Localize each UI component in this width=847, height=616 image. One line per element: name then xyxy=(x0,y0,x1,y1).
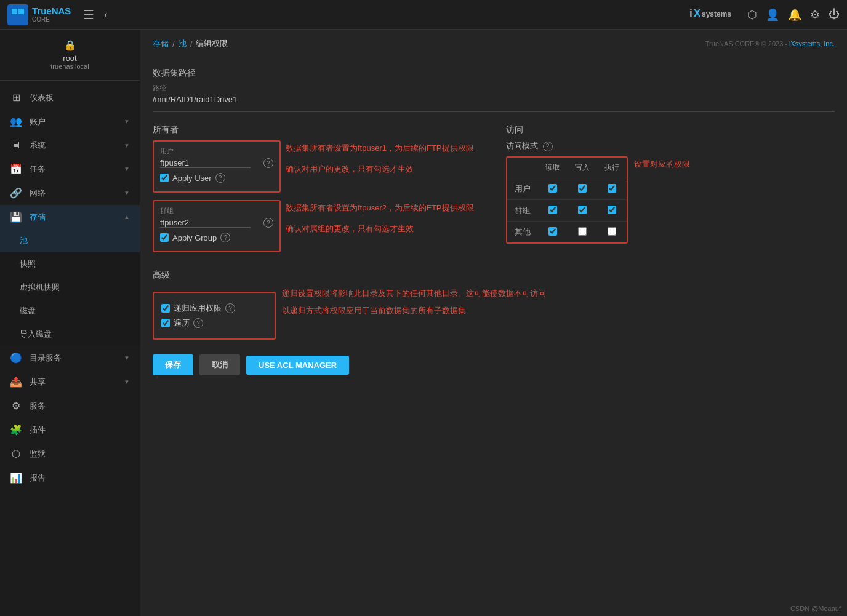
access-mode-row: 访问模式 ? 读取 写入 xyxy=(506,140,835,244)
sidebar-label-dashboard: 仪表板 xyxy=(30,92,130,103)
svg-text:i: i xyxy=(689,7,692,19)
user-write-checkbox[interactable] xyxy=(578,184,587,193)
notifications-icon[interactable]: 🔔 xyxy=(788,8,801,22)
sidebar-item-snapshots[interactable]: 快照 xyxy=(0,252,140,276)
sidebar-item-directory[interactable]: 🔵 目录服务 ▼ xyxy=(0,346,140,370)
sidebar-item-dashboard[interactable]: ⊞ 仪表板 xyxy=(0,86,140,110)
sidebar-item-reports[interactable]: 📊 报告 xyxy=(0,466,140,490)
sidebar-label-plugins: 插件 xyxy=(30,425,130,436)
sidebar-item-tasks[interactable]: 📅 任务 ▼ xyxy=(0,157,140,181)
sidebar-item-pool[interactable]: 池 xyxy=(0,229,140,252)
tasks-arrow-icon: ▼ xyxy=(124,166,130,172)
annotation-traverse: 以递归方式将权限应用于当前数据集的所有子数据集 xyxy=(282,305,546,316)
advanced-row: 递归应用权限 ? 遍历 ? 递归设置权限将影响此目录及其下的任何其他目录。这可能… xyxy=(153,286,835,340)
group-write-checkbox[interactable] xyxy=(578,206,587,214)
recursive-help-icon[interactable]: ? xyxy=(225,303,235,313)
col-write: 写入 xyxy=(568,158,597,178)
breadcrumb-current: 编辑权限 xyxy=(196,38,228,49)
ix-systems-link[interactable]: iXsystems, Inc. xyxy=(789,40,835,47)
sidebar-item-vm-snapshots[interactable]: 虚拟机快照 xyxy=(0,276,140,299)
table-row-user: 用户 xyxy=(507,178,627,200)
other-execute-checkbox[interactable] xyxy=(608,227,616,236)
group-annotations: 数据集所有者设置为ftpuser2，为后续的FTP提供权限 确认对属组的更改，只… xyxy=(286,200,474,234)
traverse-checkbox[interactable] xyxy=(161,319,170,327)
svg-text:systems: systems xyxy=(702,10,731,18)
back-button-icon[interactable]: ‹ xyxy=(104,9,107,20)
breadcrumb-bar: 存储 / 池 / 编辑权限 TrueNAS CORE® © 2023 - iXs… xyxy=(140,30,847,55)
access-mode-label: 访问模式 ? xyxy=(506,140,628,151)
sidebar-item-import-disk[interactable]: 导入磁盘 xyxy=(0,322,140,346)
sidebar-item-disks[interactable]: 磁盘 xyxy=(0,299,140,322)
apply-group-help-icon[interactable]: ? xyxy=(220,233,230,242)
recursive-label: 递归应用权限 xyxy=(174,303,222,314)
svg-rect-2 xyxy=(12,15,17,21)
cube-icon[interactable]: ⬡ xyxy=(747,8,757,22)
group-input[interactable] xyxy=(160,218,251,228)
cancel-button[interactable]: 取消 xyxy=(199,354,240,375)
apply-group-label: Apply Group xyxy=(172,233,217,242)
truenas-title: TrueNAS xyxy=(32,6,71,17)
sidebar-label-jail: 监狱 xyxy=(30,449,130,460)
group-help-icon[interactable]: ? xyxy=(263,218,273,228)
user-read-checkbox[interactable] xyxy=(548,184,557,193)
sidebar-item-network[interactable]: 🔗 网络 ▼ xyxy=(0,181,140,205)
traverse-help-icon[interactable]: ? xyxy=(193,318,203,328)
group-execute-checkbox[interactable] xyxy=(608,206,616,214)
save-button[interactable]: 保存 xyxy=(153,354,193,375)
sidebar-item-storage[interactable]: 💾 存储 ▲ xyxy=(0,205,140,229)
recursive-row: 递归应用权限 ? xyxy=(161,303,267,314)
traverse-row: 遍历 ? xyxy=(161,318,267,329)
other-write-checkbox[interactable] xyxy=(578,227,587,236)
user-account-icon[interactable]: 👤 xyxy=(766,8,779,22)
power-icon[interactable]: ⏻ xyxy=(829,8,840,21)
row-label-other: 其他 xyxy=(507,222,538,243)
group-read-checkbox[interactable] xyxy=(548,206,557,214)
divider-1 xyxy=(153,111,835,112)
button-row: 保存 取消 USE ACL MANAGER xyxy=(153,354,835,375)
owner-title: 所有者 xyxy=(153,124,481,135)
hamburger-menu-icon[interactable]: ☰ xyxy=(83,7,94,22)
accounts-arrow-icon: ▼ xyxy=(124,118,130,125)
access-mode-help-icon[interactable]: ? xyxy=(543,142,553,151)
permissions-annotation: 设置对应的权限 xyxy=(634,140,690,170)
user-help-icon[interactable]: ? xyxy=(263,158,273,168)
settings-icon[interactable]: ⚙ xyxy=(810,8,820,22)
breadcrumb-sep-1: / xyxy=(172,39,175,49)
other-read-checkbox[interactable] xyxy=(548,227,557,236)
owner-access-row: 所有者 用户 ? xyxy=(153,118,835,257)
reports-icon: 📊 xyxy=(10,472,22,484)
advanced-annotations: 递归设置权限将影响此目录及其下的任何其他目录。这可能使数据不可访问 以递归方式将… xyxy=(282,286,546,316)
user-annotations: 数据集所有者设置为ftpuser1，为后续的FTP提供权限 确认对用户的更改，只… xyxy=(286,140,474,175)
table-row-group: 群组 xyxy=(507,200,627,222)
breadcrumb-pool[interactable]: 池 xyxy=(179,38,187,49)
sidebar-item-system[interactable]: 🖥 系统 ▼ xyxy=(0,134,140,157)
sidebar-item-plugins[interactable]: 🧩 插件 xyxy=(0,418,140,442)
path-label: 路径 xyxy=(153,84,835,93)
user-execute-checkbox[interactable] xyxy=(608,184,616,193)
apply-user-checkbox[interactable] xyxy=(160,174,169,182)
sidebar-label-snapshots: 快照 xyxy=(20,258,130,270)
acl-manager-button[interactable]: USE ACL MANAGER xyxy=(246,356,349,375)
sidebar-item-accounts[interactable]: 👥 账户 ▼ xyxy=(0,110,140,134)
user-box: 用户 ? Apply User ? xyxy=(153,140,281,193)
svg-rect-0 xyxy=(12,9,17,14)
truenas-text: TrueNAS CORE xyxy=(32,6,71,23)
sidebar-item-services[interactable]: ⚙ 服务 xyxy=(0,394,140,418)
storage-arrow-icon: ▲ xyxy=(124,214,130,220)
user-field-value: ? xyxy=(160,158,273,168)
path-group: 路径 /mnt/RAID1/raid1Drive1 xyxy=(153,84,835,104)
apply-group-checkbox[interactable] xyxy=(160,233,169,242)
truenas-subtitle: CORE xyxy=(32,16,71,23)
sidebar-label-reports: 报告 xyxy=(30,473,130,484)
recursive-checkbox[interactable] xyxy=(161,304,170,313)
access-section: 访问 访问模式 ? xyxy=(506,118,835,257)
sidebar-label-tasks: 任务 xyxy=(30,164,116,175)
apply-user-help-icon[interactable]: ? xyxy=(215,173,225,183)
annotation-apply-group: 确认对属组的更改，只有勾选才生效 xyxy=(286,223,474,234)
sidebar-item-share[interactable]: 📤 共享 ▼ xyxy=(0,370,140,394)
breadcrumb-storage[interactable]: 存储 xyxy=(153,38,169,49)
user-input[interactable] xyxy=(160,158,251,168)
sidebar-label-accounts: 账户 xyxy=(30,116,116,127)
sidebar-item-jail[interactable]: ⬡ 监狱 xyxy=(0,442,140,466)
jail-icon: ⬡ xyxy=(10,448,22,460)
